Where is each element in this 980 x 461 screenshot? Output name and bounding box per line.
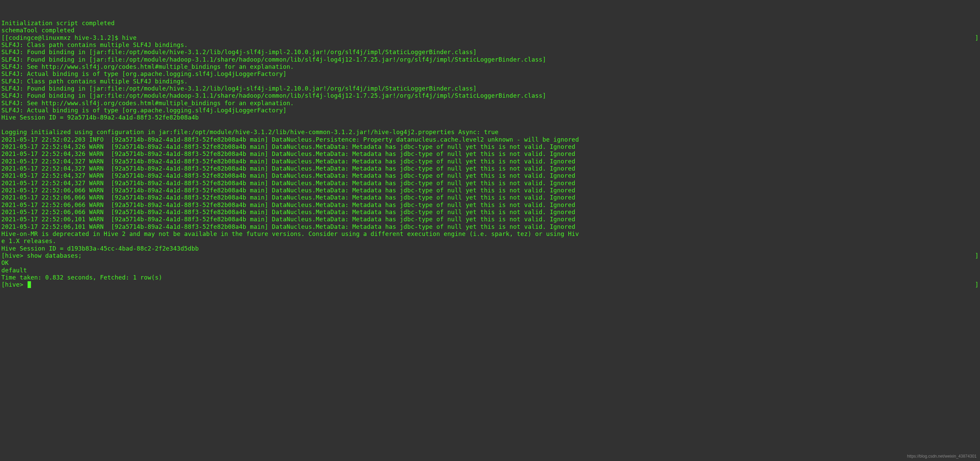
right-bracket: ] bbox=[975, 34, 978, 41]
terminal-text: schemaTool completed bbox=[2, 27, 75, 34]
terminal-output[interactable]: Initialization script completedschemaToo… bbox=[0, 0, 980, 289]
terminal-line: 2021-05-17 22:52:06,066 WARN [92a5714b-8… bbox=[2, 202, 978, 209]
terminal-text: SLF4J: See http://www.slf4j.org/codes.ht… bbox=[2, 100, 294, 107]
terminal-text: e 1.X releases. bbox=[2, 238, 56, 245]
terminal-text: SLF4J: Class path contains multiple SLF4… bbox=[2, 41, 188, 48]
terminal-line: 2021-05-17 22:52:04,327 WARN [92a5714b-8… bbox=[2, 158, 978, 165]
right-bracket: ] bbox=[975, 252, 978, 259]
terminal-line bbox=[2, 122, 978, 129]
terminal-line: schemaTool completed bbox=[2, 27, 978, 34]
terminal-text: Time taken: 0.832 seconds, Fetched: 1 ro… bbox=[2, 274, 162, 281]
terminal-text: [hive> show databases; bbox=[2, 252, 82, 259]
terminal-line: SLF4J: Found binding in [jar:file:/opt/m… bbox=[2, 49, 978, 56]
terminal-text: Hive Session ID = 92a5714b-89a2-4a1d-88f… bbox=[2, 114, 199, 121]
terminal-line: SLF4J: See http://www.slf4j.org/codes.ht… bbox=[2, 63, 978, 70]
terminal-text: 2021-05-17 22:52:04,327 WARN [92a5714b-8… bbox=[2, 158, 576, 165]
terminal-line: [hive> ] bbox=[2, 281, 978, 288]
cursor-block bbox=[28, 281, 31, 288]
terminal-text: SLF4J: Found binding in [jar:file:/opt/m… bbox=[2, 56, 546, 63]
terminal-text: 2021-05-17 22:52:04,326 WARN [92a5714b-8… bbox=[2, 143, 576, 150]
terminal-line: Initialization script completed bbox=[2, 20, 978, 27]
terminal-text: 2021-05-17 22:52:06,066 WARN [92a5714b-8… bbox=[2, 209, 576, 216]
terminal-text: [hive> bbox=[2, 281, 27, 288]
terminal-text: Logging initialized using configuration … bbox=[2, 129, 498, 135]
terminal-text: Hive Session ID = d193b83a-45cc-4bad-88c… bbox=[2, 245, 199, 252]
terminal-text: Hive-on-MR is deprecated in Hive 2 and m… bbox=[2, 230, 579, 237]
terminal-text: SLF4J: See http://www.slf4j.org/codes.ht… bbox=[2, 63, 294, 70]
terminal-line: 2021-05-17 22:52:04,326 WARN [92a5714b-8… bbox=[2, 151, 978, 157]
terminal-line: 2021-05-17 22:52:02,203 INFO [92a5714b-8… bbox=[2, 136, 978, 143]
terminal-text: [[codingce@linuxmxz hive-3.1.2]$ hive bbox=[2, 34, 137, 41]
terminal-text: 2021-05-17 22:52:04,327 WARN [92a5714b-8… bbox=[2, 180, 576, 187]
terminal-text: 2021-05-17 22:52:06,066 WARN [92a5714b-8… bbox=[2, 202, 576, 208]
terminal-line: [hive> show databases;] bbox=[2, 252, 978, 259]
terminal-text: 2021-05-17 22:52:06,066 WARN [92a5714b-8… bbox=[2, 194, 576, 201]
terminal-text: SLF4J: Actual binding is of type [org.ap… bbox=[2, 70, 286, 77]
watermark-text: https://blog.csdn.net/weixin_43874301 bbox=[907, 454, 977, 459]
terminal-text: 2021-05-17 22:52:04,326 WARN [92a5714b-8… bbox=[2, 151, 576, 157]
terminal-line: SLF4J: Class path contains multiple SLF4… bbox=[2, 78, 978, 85]
terminal-text: default bbox=[2, 267, 27, 274]
terminal-text: OK bbox=[2, 259, 8, 266]
terminal-line: Hive Session ID = d193b83a-45cc-4bad-88c… bbox=[2, 245, 978, 252]
terminal-text: SLF4J: Found binding in [jar:file:/opt/m… bbox=[2, 85, 477, 92]
terminal-line: OK bbox=[2, 259, 978, 267]
terminal-line: default bbox=[2, 267, 978, 274]
terminal-text: SLF4J: Class path contains multiple SLF4… bbox=[2, 78, 188, 85]
terminal-text: 2021-05-17 22:52:06,101 WARN [92a5714b-8… bbox=[2, 216, 576, 223]
terminal-text: SLF4J: Found binding in [jar:file:/opt/m… bbox=[2, 49, 477, 56]
terminal-line: 2021-05-17 22:52:06,066 WARN [92a5714b-8… bbox=[2, 209, 978, 216]
terminal-text: SLF4J: Found binding in [jar:file:/opt/m… bbox=[2, 92, 546, 99]
terminal-line: Hive Session ID = 92a5714b-89a2-4a1d-88f… bbox=[2, 114, 978, 121]
terminal-line: 2021-05-17 22:52:06,101 WARN [92a5714b-8… bbox=[2, 216, 978, 223]
terminal-text: 2021-05-17 22:52:04,327 WARN [92a5714b-8… bbox=[2, 165, 576, 172]
terminal-line: SLF4J: Found binding in [jar:file:/opt/m… bbox=[2, 56, 978, 63]
terminal-line: 2021-05-17 22:52:04,326 WARN [92a5714b-8… bbox=[2, 143, 978, 151]
terminal-text: Initialization script completed bbox=[2, 20, 115, 27]
terminal-line: [[codingce@linuxmxz hive-3.1.2]$ hive] bbox=[2, 34, 978, 41]
terminal-text: 2021-05-17 22:52:06,101 WARN [92a5714b-8… bbox=[2, 223, 576, 230]
terminal-line: SLF4J: Found binding in [jar:file:/opt/m… bbox=[2, 85, 978, 92]
terminal-line: SLF4J: Actual binding is of type [org.ap… bbox=[2, 70, 978, 78]
terminal-line: SLF4J: Actual binding is of type [org.ap… bbox=[2, 107, 978, 114]
terminal-line: 2021-05-17 22:52:04,327 WARN [92a5714b-8… bbox=[2, 172, 978, 180]
terminal-line: 2021-05-17 22:52:06,101 WARN [92a5714b-8… bbox=[2, 223, 978, 230]
terminal-text: 2021-05-17 22:52:06,066 WARN [92a5714b-8… bbox=[2, 187, 576, 194]
terminal-line: SLF4J: Class path contains multiple SLF4… bbox=[2, 41, 978, 49]
terminal-line: Hive-on-MR is deprecated in Hive 2 and m… bbox=[2, 230, 978, 238]
terminal-line: SLF4J: Found binding in [jar:file:/opt/m… bbox=[2, 92, 978, 99]
terminal-text: SLF4J: Actual binding is of type [org.ap… bbox=[2, 107, 286, 114]
right-bracket: ] bbox=[975, 281, 978, 288]
terminal-line: SLF4J: See http://www.slf4j.org/codes.ht… bbox=[2, 100, 978, 107]
terminal-line: 2021-05-17 22:52:04,327 WARN [92a5714b-8… bbox=[2, 180, 978, 187]
terminal-line: Logging initialized using configuration … bbox=[2, 129, 978, 136]
terminal-line: e 1.X releases. bbox=[2, 238, 978, 245]
terminal-text: 2021-05-17 22:52:02,203 INFO [92a5714b-8… bbox=[2, 136, 579, 143]
terminal-text: 2021-05-17 22:52:04,327 WARN [92a5714b-8… bbox=[2, 172, 576, 179]
terminal-line: 2021-05-17 22:52:06,066 WARN [92a5714b-8… bbox=[2, 194, 978, 201]
terminal-line: 2021-05-17 22:52:06,066 WARN [92a5714b-8… bbox=[2, 187, 978, 194]
terminal-line: Time taken: 0.832 seconds, Fetched: 1 ro… bbox=[2, 274, 978, 281]
terminal-line: 2021-05-17 22:52:04,327 WARN [92a5714b-8… bbox=[2, 165, 978, 172]
